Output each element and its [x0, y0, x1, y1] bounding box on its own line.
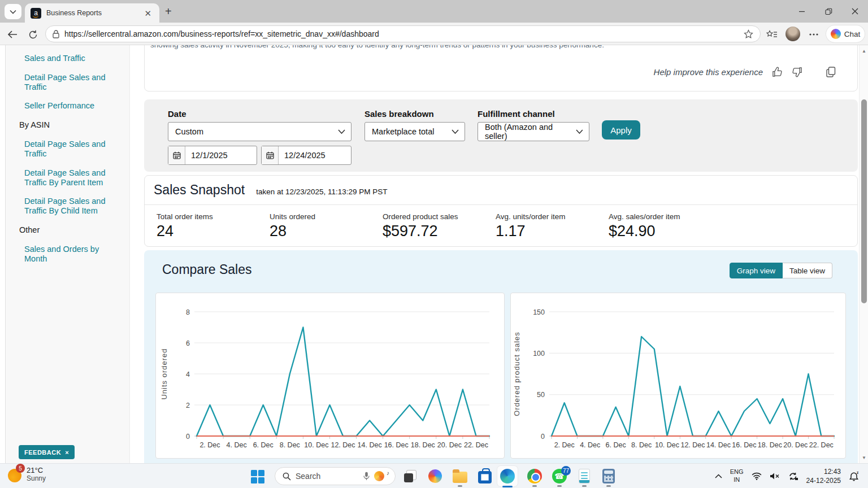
fulfillment-channel-select[interactable]: Both (Amazon and seller)	[478, 122, 589, 141]
tab-close-icon[interactable]: ✕	[142, 8, 154, 19]
new-tab-button[interactable]: +	[165, 5, 172, 18]
sidebar-item-detail-page-sales-traffic-asin[interactable]: Detail Page Sales and Traffic	[6, 136, 129, 162]
date-to-value: 12/24/2025	[279, 151, 331, 160]
weather-condition: Sunny	[27, 474, 46, 482]
date-from-input[interactable]: 12/1/2025	[168, 146, 257, 165]
whatsapp-button[interactable]: ☎ 77	[552, 468, 567, 484]
sales-breakdown-select[interactable]: Marketplace total	[364, 122, 465, 141]
sidebar-item-by-child-item[interactable]: Detail Page Sales and Traffic By Child I…	[6, 193, 129, 219]
units-ordered-chart[interactable]: 024682. Dec4. Dec6. Dec8. Dec10. Dec12. …	[155, 293, 505, 459]
task-view-button[interactable]	[402, 468, 418, 484]
favorite-star-icon[interactable]	[744, 29, 753, 39]
chevron-down-icon	[452, 129, 459, 134]
svg-text:2. Dec: 2. Dec	[554, 441, 575, 449]
profile-avatar[interactable]	[785, 27, 800, 41]
start-button[interactable]	[251, 470, 264, 483]
metric-avg-units-per-order: Avg. units/order item 1.17	[496, 205, 609, 240]
minimize-icon	[798, 8, 805, 15]
date-to-input[interactable]: 12/24/2025	[261, 146, 351, 165]
sidebar-item-sales-orders-by-month[interactable]: Sales and Orders by Month	[6, 241, 129, 267]
calculator-button[interactable]	[601, 468, 617, 484]
help-improve-label: Help improve this experience	[654, 67, 763, 77]
chevron-down-icon	[576, 129, 583, 134]
speaker-mute-icon	[770, 472, 780, 480]
calendar-icon[interactable]	[168, 146, 185, 164]
svg-text:6: 6	[186, 339, 190, 347]
store-bag-icon	[478, 471, 492, 483]
sidebar-header-other: Other	[6, 222, 129, 238]
page-content: Sales and Traffic Detail Page Sales and …	[0, 45, 868, 463]
clock[interactable]: 12:43 24-12-2025	[806, 467, 841, 485]
svg-text:10. Dec: 10. Dec	[655, 441, 679, 449]
svg-text:20. Dec: 20. Dec	[783, 441, 808, 449]
browser-menu-button[interactable]	[807, 28, 821, 41]
wifi-button[interactable]	[752, 472, 762, 480]
search-icon	[283, 472, 291, 481]
folder-icon	[453, 472, 467, 483]
language-line1: ENG	[730, 468, 744, 476]
chrome-button[interactable]	[527, 468, 542, 484]
thumbs-up-icon[interactable]	[772, 67, 783, 77]
sidebar-item-detail-page-sales-traffic[interactable]: Detail Page Sales and Traffic	[6, 69, 129, 95]
bell-dnd-icon: z	[849, 471, 860, 481]
sales-breakdown-value: Marketplace total	[372, 127, 434, 136]
microsoft-store-button[interactable]	[477, 468, 493, 484]
svg-text:10. Dec: 10. Dec	[304, 441, 328, 449]
refresh-button[interactable]	[26, 28, 40, 41]
sidebar-item-seller-performance[interactable]: Seller Performance	[6, 98, 129, 114]
tab-search-button[interactable]	[5, 4, 21, 19]
notifications-button[interactable]: z	[849, 471, 860, 481]
window-minimize-button[interactable]	[789, 0, 815, 23]
svg-text:6. Dec: 6. Dec	[606, 441, 626, 449]
feedback-close-icon[interactable]: ×	[65, 449, 69, 456]
feedback-button[interactable]: FEEDBACK ×	[19, 445, 75, 459]
chrome-icon	[527, 469, 542, 483]
window-restore-button[interactable]	[815, 0, 841, 23]
apply-button[interactable]: Apply	[602, 120, 640, 140]
date-range-value: Custom	[175, 127, 203, 136]
summary-card: showing sales activity in November 2025,…	[144, 45, 858, 91]
taskbar-search-box[interactable]: Search ♪	[275, 467, 396, 485]
browser-toolbar: https://sellercentral.amazon.com/busines…	[0, 23, 868, 45]
scrollbar-thumb[interactable]	[861, 99, 867, 303]
update-sync-button[interactable]	[788, 472, 798, 481]
tray-overflow-button[interactable]	[715, 474, 722, 478]
graph-view-button[interactable]: Graph view	[730, 263, 783, 278]
url-bar[interactable]: https://sellercentral.amazon.com/busines…	[45, 25, 761, 42]
sidebar-item-sales-and-traffic[interactable]: Sales and Traffic	[6, 50, 129, 67]
page-scrollbar[interactable]: ▲ ▼	[859, 45, 868, 463]
calculator-icon	[602, 469, 615, 483]
scroll-up-arrow[interactable]: ▲	[860, 46, 868, 55]
weather-widget[interactable]: 5 21°C Sunny	[8, 465, 46, 482]
notepad-button[interactable]	[576, 468, 592, 484]
tray-time: 12:43	[806, 467, 841, 476]
chevron-down-icon	[338, 129, 345, 134]
back-button[interactable]	[6, 28, 19, 41]
scroll-down-arrow[interactable]: ▼	[860, 453, 868, 462]
edge-browser-button[interactable]	[500, 468, 515, 484]
running-indicator	[606, 485, 611, 487]
weather-temp: 21°C	[27, 466, 46, 474]
window-close-button[interactable]	[842, 0, 868, 23]
copilot-icon	[831, 29, 841, 39]
language-indicator[interactable]: ENG IN	[730, 468, 744, 484]
copilot-taskbar-button[interactable]	[427, 468, 443, 484]
favorites-bar-button[interactable]	[765, 28, 779, 41]
ellipsis-icon	[809, 33, 818, 36]
metric-label: Units ordered	[270, 212, 383, 221]
date-range-select[interactable]: Custom	[168, 122, 351, 141]
volume-muted-button[interactable]	[770, 472, 780, 480]
browser-tab[interactable]: a Business Reports ✕	[25, 3, 159, 23]
ordered-product-sales-chart[interactable]: 0501001502. Dec4. Dec6. Dec8. Dec10. Dec…	[510, 293, 846, 459]
copilot-chat-button[interactable]: Chat	[826, 25, 865, 42]
svg-text:100: 100	[533, 350, 545, 358]
sidebar-item-by-parent-item[interactable]: Detail Page Sales and Traffic By Parent …	[6, 165, 129, 191]
copy-icon[interactable]	[826, 67, 836, 77]
svg-text:50: 50	[537, 391, 545, 399]
svg-text:4. Dec: 4. Dec	[227, 441, 247, 449]
file-explorer-button[interactable]	[452, 468, 468, 484]
svg-text:8. Dec: 8. Dec	[280, 441, 300, 449]
calendar-icon[interactable]	[262, 146, 279, 164]
thumbs-down-icon[interactable]	[792, 67, 802, 77]
table-view-button[interactable]: Table view	[783, 263, 832, 278]
